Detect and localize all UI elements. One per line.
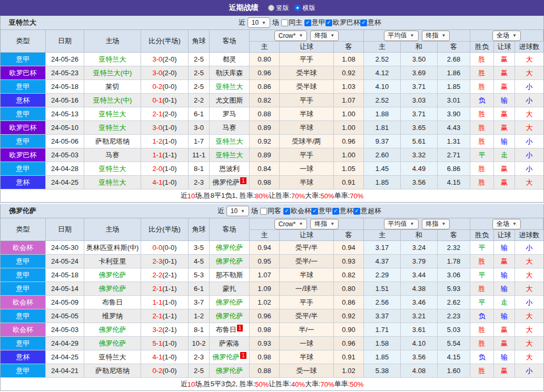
table-row: 意甲24-05-05维罗纳2-1(1-1)1-2佛罗伦萨0.96受平/半0.92…	[1, 309, 543, 323]
layout-radio-horizontal[interactable]: 横版	[294, 4, 315, 13]
sub-goals: 进球数	[515, 42, 543, 53]
odds-home-cell: 0.98	[250, 176, 280, 189]
odds-away-cell: 1.00	[334, 148, 364, 162]
scope-select[interactable]: 全场▼	[492, 31, 521, 41]
league-cell: 意甲	[1, 268, 46, 282]
sub-handicap-result: 让球	[494, 42, 515, 53]
home-team-cell: 布鲁日	[84, 296, 141, 309]
checkbox-checked-icon[interactable]: ✓	[332, 208, 339, 215]
result-goals-cell: 小	[515, 241, 543, 255]
recent-count-select[interactable]: 10▼	[226, 206, 249, 216]
avg-group-header: 平均值▼ 终指▼	[364, 218, 470, 230]
layout-radio-vertical[interactable]: 竖版	[268, 4, 289, 13]
avg-home-cell: 3.17	[364, 241, 401, 255]
match-table-body: 欧会杯24-05-30奥林匹亚科斯(中)0-0(0-0)3-5佛罗伦萨0.94受…	[1, 241, 543, 378]
home-team-cell: 亚特兰大	[84, 176, 141, 189]
avg-stage-select[interactable]: 终指▼	[422, 219, 450, 229]
team-section-atalanta: 亚特兰大 近 10▼ 场 同主 ✓意甲✓欧罗巴杯✓意杯 类型 日期 主场 比分(…	[0, 16, 544, 203]
handicap-cell: 受平/半	[280, 309, 334, 323]
col-home: 主场	[84, 30, 141, 53]
away-team-cell: 亚特兰大	[210, 148, 250, 162]
date-cell: 24-05-14	[46, 282, 84, 296]
avg-home-cell: 1.71	[364, 323, 401, 337]
checkbox-checked-icon[interactable]: ✓	[283, 208, 290, 215]
odds-home-cell: 0.84	[250, 162, 280, 176]
checkbox-checked-icon[interactable]: ✓	[325, 19, 332, 26]
odds-away-cell: 1.00	[334, 121, 364, 135]
avg-away-cell: 1.86	[438, 66, 470, 80]
radio-checked-icon[interactable]	[294, 5, 301, 11]
score-cell: 5-1(1-0)	[141, 337, 189, 350]
home-team-cell: 萨勒尼塔纳	[84, 364, 141, 378]
home-team-cell: 亚特兰大	[84, 121, 141, 135]
avg-stage-select[interactable]: 终指▼	[422, 31, 450, 41]
odds-company-select[interactable]: Crow*▼	[274, 219, 308, 229]
col-away: 客场	[210, 218, 250, 241]
handicap-cell: 一球	[280, 162, 334, 176]
away-team-cell: 尤文图斯	[210, 94, 250, 107]
avg-away-cell: 3.01	[438, 94, 470, 107]
avg-draw-cell: 3.71	[401, 107, 438, 121]
checkbox-unchecked-icon[interactable]	[281, 19, 288, 26]
summary-text: 场,胜8平1负1, 胜率:	[195, 191, 255, 200]
table-row: 意甲24-04-29佛罗伦萨5-1(1-0)10-2萨索洛0.93一球0.961…	[1, 337, 543, 350]
league-cell: 意甲	[1, 282, 46, 296]
avg-home-cell: 1.51	[364, 282, 401, 296]
checkbox-checked-icon[interactable]: ✓	[311, 208, 318, 215]
scope-select[interactable]: 全场▼	[492, 219, 521, 229]
result-winloss-cell: 胜	[470, 135, 494, 148]
table-row: 意甲24-04-28亚特兰大2-0(1-0)8-1恩波利0.84一球1.051.…	[1, 162, 543, 176]
odds-stage-select[interactable]: 终指▼	[310, 219, 339, 229]
handicap-cell: 受球半/两	[280, 135, 334, 148]
summary-row: 近10场,胜5平3负2, 胜率:50% 让胜率:40% 大率:70% 单率:50…	[1, 378, 543, 390]
same-venue-checkbox[interactable]: 同客	[260, 206, 281, 216]
same-venue-checkbox[interactable]: 同主	[281, 18, 302, 27]
league-checkbox[interactable]: ✓意甲	[311, 206, 332, 216]
league-checkbox[interactable]: ✓意超杯	[353, 206, 381, 216]
corner-cell: 6-1	[189, 282, 210, 296]
league-checkbox[interactable]: ✓欧罗巴杯	[325, 18, 360, 27]
avg-away-cell: 1.31	[438, 135, 470, 148]
corner-cell: 11-1	[189, 148, 210, 162]
recent-count-select[interactable]: 10▼	[248, 17, 270, 28]
home-team-cell: 亚特兰大	[84, 53, 141, 66]
games-label: 场	[251, 206, 258, 216]
result-winloss-cell: 胜	[470, 255, 494, 268]
score-cell: 0-0(0-0)	[141, 241, 189, 255]
odds-stage-select[interactable]: 终指▼	[310, 31, 339, 41]
near-label: 近	[217, 206, 224, 216]
handicap-cell: 受半球	[280, 80, 334, 94]
away-team-cell: 佛罗伦萨	[210, 364, 250, 378]
league-cell: 欧会杯	[1, 296, 46, 309]
avg-source-select[interactable]: 平均值▼	[384, 219, 419, 229]
checkbox-checked-icon[interactable]: ✓	[353, 208, 360, 215]
summary-text: 大率:	[305, 191, 321, 200]
league-checkbox[interactable]: ✓欧会杯	[283, 206, 311, 216]
corner-cell: 2-5	[189, 364, 210, 378]
checkbox-unchecked-icon[interactable]	[260, 208, 267, 215]
away-team-cell: 佛罗伦萨	[210, 255, 250, 268]
result-winloss-cell: 胜	[470, 66, 494, 80]
league-checkbox[interactable]: ✓意杯	[360, 18, 381, 27]
col-corner: 角球	[189, 30, 210, 53]
avg-source-select[interactable]: 平均值▼	[384, 31, 419, 41]
corner-cell: 8-1	[189, 162, 210, 176]
date-cell: 24-05-03	[46, 148, 84, 162]
checkbox-checked-icon[interactable]: ✓	[360, 19, 367, 26]
home-team-cell: 佛罗伦萨	[84, 268, 141, 282]
result-handicap-cell: 赢	[494, 53, 515, 66]
odds-away-cell: 0.90	[334, 323, 364, 337]
table-row: 意甲24-05-26亚特兰大3-0(2-0)2-5都灵0.80平手1.082.5…	[1, 53, 543, 66]
odds-company-select[interactable]: Crow*▼	[274, 31, 308, 41]
league-cell: 意杯	[1, 176, 46, 189]
radio-unchecked-icon[interactable]	[268, 5, 274, 11]
avg-away-cell: 2.68	[438, 53, 470, 66]
table-row: 意杯24-04-25亚特兰大4-1(1-0)2-3佛罗伦萨10.98半球0.91…	[1, 176, 543, 189]
summary-text: 50%	[321, 192, 334, 200]
league-checkbox[interactable]: ✓意甲	[304, 18, 325, 27]
avg-draw-cell: 3.56	[401, 176, 438, 189]
checkbox-checked-icon[interactable]: ✓	[304, 19, 311, 26]
league-checkbox[interactable]: ✓意杯	[332, 206, 353, 216]
odds-away-cell: 0.91	[334, 176, 364, 189]
chevron-down-icon: ▼	[442, 222, 446, 226]
